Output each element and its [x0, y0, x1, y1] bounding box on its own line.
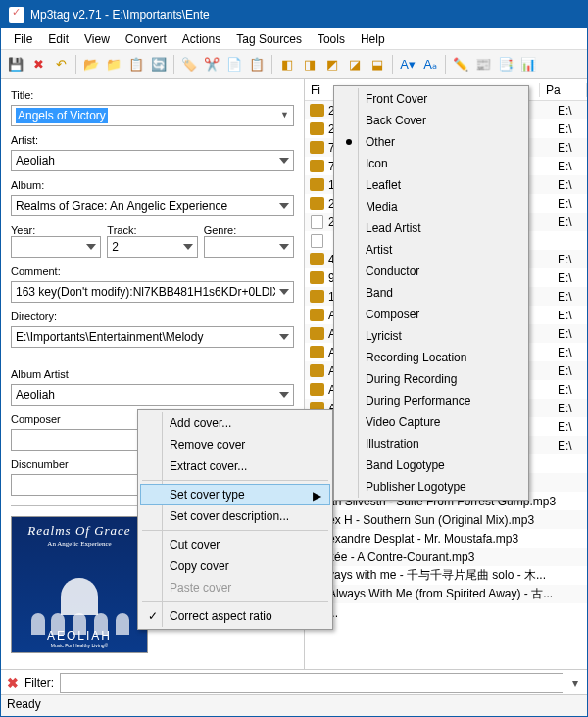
covertype-item[interactable]: Back Cover	[336, 110, 526, 131]
artist-input[interactable]: Aeoliah	[11, 150, 294, 171]
covertype-item[interactable]: Video Capture	[336, 411, 526, 433]
covertype-item[interactable]: Recording Location	[336, 347, 526, 368]
delete-icon[interactable]: ✖	[27, 54, 49, 75]
filter-dropdown-icon[interactable]: ▾	[569, 676, 581, 690]
cover-type-submenu: Front CoverBack CoverOtherIconLeafletMed…	[333, 85, 529, 501]
mp3-file-icon	[310, 178, 324, 191]
tools3-icon[interactable]: 📊	[517, 54, 539, 75]
file-icon	[311, 234, 323, 248]
tools2-icon[interactable]: 📑	[495, 54, 516, 75]
convert2-icon[interactable]: ◨	[299, 54, 320, 75]
context-item[interactable]: Set cover description...	[140, 505, 330, 527]
menu-edit[interactable]: Edit	[41, 30, 75, 48]
tag-copy-icon[interactable]: 📄	[223, 54, 245, 75]
context-item[interactable]: Remove cover	[140, 434, 330, 455]
covertype-item[interactable]: Composer	[336, 304, 526, 325]
tag-cut-icon[interactable]: ✂️	[201, 54, 222, 75]
covertype-item[interactable]: Illustration	[336, 433, 526, 454]
covertype-item[interactable]: Leaflet	[336, 174, 526, 196]
albumartist-input[interactable]: Aeoliah	[11, 384, 294, 406]
title-value: Angels of Victory	[16, 108, 108, 123]
convert4-icon[interactable]: ◪	[344, 54, 366, 75]
menu-convert[interactable]: Convert	[119, 30, 173, 48]
covertype-item[interactable]: Lead Artist	[336, 217, 526, 239]
menu-file[interactable]: File	[7, 30, 39, 48]
convert5-icon[interactable]: ⬓	[367, 54, 388, 75]
cover-context-menu: Add cover...Remove coverExtract cover...…	[137, 409, 333, 630]
filter-input[interactable]	[60, 673, 564, 693]
file-path: E:\	[558, 383, 587, 397]
cover-art[interactable]: Realms Of Grace An Angelic Experience AE…	[11, 516, 148, 653]
menu-tools[interactable]: Tools	[311, 30, 352, 48]
table-row[interactable]: Always With Me (from Spirited Away) - 古.…	[305, 585, 587, 603]
covertype-item[interactable]: During Performance	[336, 390, 526, 411]
submenu-arrow-icon: ▶	[313, 489, 321, 502]
save-icon[interactable]: 💾	[5, 54, 26, 75]
quickaction-icon[interactable]: Aₐ	[419, 54, 441, 75]
file-path: E:\	[558, 122, 587, 136]
actions-icon[interactable]: A▾	[397, 54, 418, 75]
mp3-file-icon	[310, 271, 324, 284]
table-row[interactable]: ex H - Southern Sun (Original Mix).mp3	[305, 510, 587, 529]
covertype-item[interactable]: Other	[336, 131, 526, 153]
table-row[interactable]: ...	[305, 603, 587, 622]
comment-input[interactable]: 163 key(Don't modify):Nl7KBB481H1s6KDr+0…	[11, 281, 294, 303]
menubar: File Edit View Convert Actions Tag Sourc…	[1, 28, 587, 50]
track-input[interactable]: 2	[107, 236, 197, 258]
covertype-item[interactable]: Conductor	[336, 261, 526, 282]
mp3-file-icon	[310, 327, 324, 340]
mp3-file-icon	[310, 309, 324, 321]
context-item: Paste cover	[140, 577, 330, 598]
titlebar[interactable]: Mp3tag v2.71 - E:\Importants\Ente	[1, 1, 587, 28]
year-input[interactable]	[11, 236, 101, 258]
tools1-icon[interactable]: 📰	[472, 54, 494, 75]
autonumber-icon[interactable]: ✏️	[450, 54, 471, 75]
covertype-item[interactable]: Media	[336, 196, 526, 217]
filter-clear-icon[interactable]: ✖	[7, 675, 19, 691]
directory-input[interactable]: E:\Importants\Entertainment\Melody	[11, 326, 294, 348]
covertype-item[interactable]: Front Cover	[336, 88, 526, 110]
covertype-item[interactable]: Lyricist	[336, 325, 526, 347]
folder-open-icon[interactable]: 📂	[80, 54, 102, 75]
context-item[interactable]: Extract cover...	[140, 455, 330, 477]
playlist-icon[interactable]: 📋	[125, 54, 147, 75]
covertype-item[interactable]: During Recording	[336, 368, 526, 390]
covertype-item[interactable]: Band	[336, 282, 526, 304]
album-input[interactable]: Realms of Grace: An Angelic Experience	[11, 195, 294, 216]
comment-label: Comment:	[11, 265, 294, 277]
context-item[interactable]: Copy cover	[140, 555, 330, 577]
undo-icon[interactable]: ↶	[50, 54, 72, 75]
mp3-file-icon	[310, 197, 324, 210]
context-item[interactable]: Add cover...	[140, 412, 330, 434]
convert3-icon[interactable]: ◩	[321, 54, 343, 75]
covertype-item[interactable]: Icon	[336, 153, 526, 174]
mp3-file-icon	[310, 122, 324, 135]
convert1-icon[interactable]: ◧	[276, 54, 298, 75]
tag-paste-icon[interactable]: 📋	[246, 54, 268, 75]
covertype-item[interactable]: Publisher Logotype	[336, 476, 526, 498]
covertype-item[interactable]: Artist	[336, 239, 526, 261]
title-input[interactable]: Angels of Victory ▼	[11, 105, 294, 126]
radio-selected-icon	[346, 139, 352, 145]
menu-help[interactable]: Help	[354, 30, 392, 48]
header-path[interactable]: Pa	[540, 83, 587, 97]
context-item[interactable]: Cut cover	[140, 534, 330, 555]
chevron-down-icon[interactable]: ▼	[280, 110, 289, 120]
table-row[interactable]: vays with me - 千与千寻片尾曲 solo - 木...	[305, 566, 587, 585]
refresh-icon[interactable]: 🔄	[148, 54, 170, 75]
genre-input[interactable]	[204, 236, 294, 258]
cover-subtitle: An Angelic Experience	[12, 540, 147, 548]
mp3-file-icon	[310, 290, 324, 303]
tag-remove-icon[interactable]: 🏷️	[178, 54, 200, 75]
mp3-file-icon	[310, 346, 324, 358]
menu-view[interactable]: View	[77, 30, 117, 48]
covertype-item[interactable]: Band Logotype	[336, 454, 526, 476]
folder-add-icon[interactable]: 📁	[103, 54, 124, 75]
context-item[interactable]: Set cover type▶	[140, 484, 330, 505]
table-row[interactable]: exandre Desplat - Mr. Moustafa.mp3	[305, 529, 587, 548]
menu-actions[interactable]: Actions	[175, 30, 227, 48]
table-row[interactable]: zée - A Contre-Courant.mp3	[305, 548, 587, 566]
menu-tagsources[interactable]: Tag Sources	[229, 30, 309, 48]
mp3-file-icon	[310, 364, 324, 377]
context-item[interactable]: Correct aspect ratio✓	[140, 605, 330, 627]
